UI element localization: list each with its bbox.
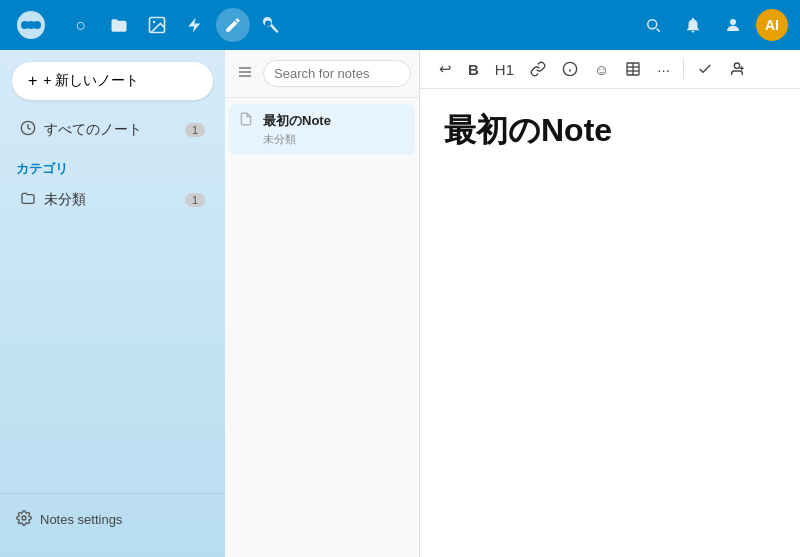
notes-settings-button[interactable]: Notes settings (12, 502, 213, 537)
user-avatar[interactable]: AI (756, 9, 788, 41)
main-layout: + + 新しいノート すべてのノート 1 カテゴリ 未分類 1 Note (0, 50, 800, 557)
all-notes-label: すべてのノート (44, 121, 185, 139)
h1-button[interactable]: H1 (488, 57, 521, 82)
search-input[interactable] (263, 60, 411, 87)
link-button[interactable] (523, 57, 553, 81)
sidebar-item-all-notes[interactable]: すべてのノート 1 (4, 112, 221, 148)
emoji-icon: ☺ (594, 61, 609, 78)
undo-button[interactable]: ↩ (432, 56, 459, 82)
svg-point-3 (33, 21, 41, 29)
list-toggle-button[interactable] (233, 62, 257, 86)
settings-label: Notes settings (40, 512, 122, 527)
gear-icon (16, 510, 32, 529)
undo-icon: ↩ (439, 60, 452, 78)
bold-button[interactable]: B (461, 57, 486, 82)
share-user-icon (729, 61, 745, 77)
note-title: 最初のNote (263, 112, 331, 130)
link-icon (530, 61, 546, 77)
sidebar-item-uncategorized[interactable]: 未分類 1 (4, 182, 221, 218)
topbar: ○ AI (0, 0, 800, 50)
search-topbar-icon[interactable] (636, 8, 670, 42)
h1-label: H1 (495, 61, 514, 78)
plus-icon: + (28, 72, 37, 90)
info-icon (562, 61, 578, 77)
circle-nav-icon[interactable]: ○ (64, 8, 98, 42)
svg-point-8 (22, 516, 26, 520)
bolt-nav-icon[interactable] (178, 8, 212, 42)
check-button[interactable] (690, 57, 720, 81)
share-user-button[interactable] (722, 57, 752, 81)
sidebar-footer: Notes settings (0, 493, 225, 545)
new-note-label: + 新しいノート (43, 72, 139, 90)
toolbar-separator (683, 59, 684, 79)
topbar-right: AI (636, 8, 788, 42)
table-button[interactable] (618, 57, 648, 81)
note-icon (239, 112, 253, 130)
notes-list-header (225, 50, 419, 98)
editor-toolbar: ↩ B H1 ☺ ··· (420, 50, 800, 89)
emoji-button[interactable]: ☺ (587, 57, 616, 82)
folder-icon (20, 190, 36, 210)
note-editor-title: 最初のNote (444, 109, 776, 153)
all-notes-count: 1 (185, 123, 205, 137)
svg-point-5 (153, 21, 156, 23)
new-note-button[interactable]: + + 新しいノート (12, 62, 213, 100)
bell-topbar-icon[interactable] (676, 8, 710, 42)
key-nav-icon[interactable] (254, 8, 288, 42)
svg-point-19 (734, 63, 739, 68)
more-icon: ··· (657, 61, 670, 78)
more-button[interactable]: ··· (650, 57, 677, 82)
notes-list: 最初のNote 未分類 (225, 98, 419, 557)
clock-icon (20, 120, 36, 140)
editor-content[interactable]: 最初のNote (420, 89, 800, 557)
notes-list-panel: 最初のNote 未分類 (225, 50, 420, 557)
topbar-nav-icons: ○ (64, 8, 628, 42)
table-icon (625, 61, 641, 77)
contacts-topbar-icon[interactable] (716, 8, 750, 42)
category-section-title: カテゴリ (0, 148, 225, 182)
sidebar: + + 新しいノート すべてのノート 1 カテゴリ 未分類 1 Note (0, 50, 225, 557)
uncategorized-label: 未分類 (44, 191, 185, 209)
folder-nav-icon[interactable] (102, 8, 136, 42)
uncategorized-count: 1 (185, 193, 205, 207)
bold-icon: B (468, 61, 479, 78)
svg-point-6 (730, 19, 736, 25)
note-category: 未分類 (263, 132, 331, 147)
info-button[interactable] (555, 57, 585, 81)
editor-panel: ↩ B H1 ☺ ··· (420, 50, 800, 557)
pencil-nav-icon[interactable] (216, 8, 250, 42)
nextcloud-logo[interactable] (12, 6, 50, 44)
image-nav-icon[interactable] (140, 8, 174, 42)
search-wrapper (263, 60, 411, 87)
check-icon (697, 61, 713, 77)
list-item[interactable]: 最初のNote 未分類 (229, 104, 415, 155)
